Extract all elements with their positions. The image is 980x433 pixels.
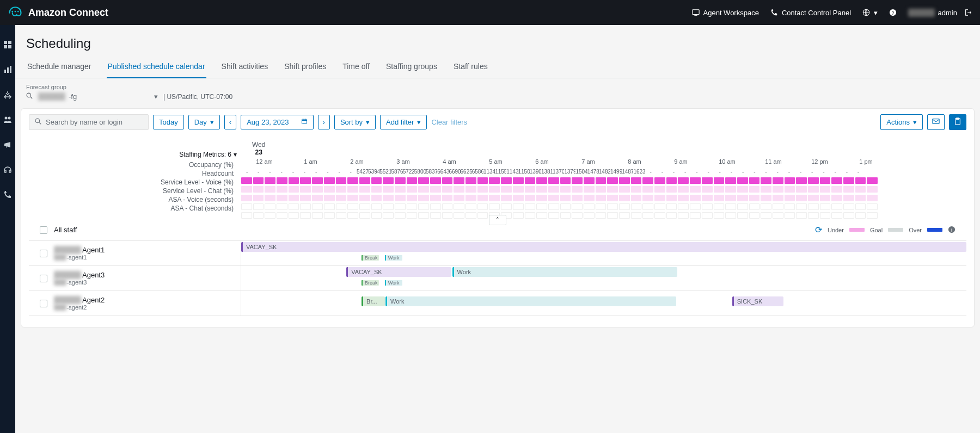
asa-chat-row: [241, 211, 966, 219]
top-header: Amazon Connect Agent Workspace Contact C…: [0, 0, 980, 25]
svg-rect-21: [956, 118, 959, 120]
agent-row: xxxxAgent1xx-agent1VACAY_SKBreakWork: [29, 241, 966, 266]
today-button[interactable]: Today: [153, 115, 184, 129]
next-date-button[interactable]: ›: [318, 115, 330, 129]
caret-down-icon: ▾: [417, 118, 421, 126]
sidebar-routing-icon[interactable]: [3, 90, 12, 99]
tab-schedule-manager[interactable]: Schedule manager: [26, 57, 93, 78]
sidebar-announce-icon[interactable]: [3, 140, 12, 149]
hours-axis: 12 am1 am2 am3 am4 am5 am6 am7 am8 am9 a…: [241, 158, 966, 165]
shift-bar-work[interactable]: Work: [452, 267, 677, 277]
help-link[interactable]: ?: [889, 8, 897, 17]
svg-point-16: [27, 93, 31, 97]
agent-timeline[interactable]: VACAY_SKWorkBreakWork: [241, 266, 966, 290]
mail-button[interactable]: [927, 114, 945, 130]
tab-time-off[interactable]: Time off: [341, 57, 371, 78]
mini-bar-work: Work: [385, 255, 402, 261]
agent-checkbox[interactable]: [40, 275, 47, 282]
mini-bar-work: Work: [385, 280, 402, 286]
legend: ⟳ Under Goal Over i: [815, 225, 955, 235]
sidebar-phone-icon[interactable]: [3, 190, 12, 199]
shift-bar-sick[interactable]: SICK_SK: [732, 296, 784, 306]
user-menu[interactable]: xxxxxadmin: [908, 8, 972, 17]
globe-icon: [862, 8, 871, 17]
date-picker[interactable]: Aug 23, 2023: [241, 115, 313, 129]
agent-row: xxxxAgent3xx-agent3VACAY_SKWorkBreakWork: [29, 266, 966, 291]
agent-checkbox[interactable]: [40, 300, 47, 307]
logo[interactable]: Amazon Connect: [8, 4, 108, 21]
mini-bar-break: Break: [362, 255, 379, 261]
all-staff-label: All staff: [54, 226, 77, 234]
logout-icon: [964, 8, 972, 17]
agent-timeline[interactable]: VACAY_SKBreakWork: [241, 241, 966, 265]
metric-label: ASA - Chat (seconds): [29, 204, 241, 213]
add-filter-button[interactable]: Add filter ▾: [380, 115, 427, 129]
tab-shift-activities[interactable]: Shift activities: [220, 57, 270, 78]
tab-staffing-groups[interactable]: Staffing groups: [385, 57, 438, 78]
contact-control-link[interactable]: Contact Control Panel: [770, 8, 851, 17]
svg-point-17: [35, 119, 40, 123]
select-all-checkbox[interactable]: [40, 226, 47, 234]
caret-down-icon: ▾: [210, 118, 214, 126]
help-icon: ?: [889, 8, 897, 17]
language-selector[interactable]: ▾: [862, 8, 878, 17]
agent-checkbox[interactable]: [40, 250, 47, 257]
svg-rect-3: [692, 10, 699, 15]
shift-bar-work[interactable]: Work: [385, 296, 676, 306]
range-select[interactable]: Day ▾: [188, 115, 220, 129]
metric-label: Occupancy (%): [29, 160, 241, 169]
sidebar-dashboard-icon[interactable]: [3, 40, 12, 49]
agent-workspace-link[interactable]: Agent Workspace: [691, 8, 759, 17]
agent-timeline[interactable]: Br...WorkSICK_SK: [241, 291, 966, 316]
tab-shift-profiles[interactable]: Shift profiles: [283, 57, 327, 78]
sidebar-headset-icon[interactable]: [3, 165, 12, 174]
sidebar-users-icon[interactable]: [3, 115, 12, 124]
svg-rect-7: [4, 41, 7, 44]
refresh-button[interactable]: ⟳: [815, 225, 822, 235]
info-icon[interactable]: i: [948, 226, 955, 234]
search-icon: [26, 92, 33, 101]
mail-icon: [932, 117, 940, 127]
svg-rect-19: [933, 119, 939, 124]
metric-label: ASA - Voice (seconds): [29, 195, 241, 204]
sort-by-select[interactable]: Sort by ▾: [334, 115, 376, 129]
legend-over-swatch: [927, 228, 942, 232]
forecast-group-label: Forecast group: [26, 84, 969, 90]
svg-rect-18: [302, 119, 307, 123]
legend-under-swatch: [849, 228, 865, 232]
svg-rect-8: [8, 41, 11, 44]
chevron-up-icon: ˄: [496, 216, 499, 223]
clipboard-button[interactable]: [949, 114, 966, 130]
chevron-left-icon: ‹: [229, 118, 231, 126]
tab-published-schedule-calendar[interactable]: Published schedule calendar: [107, 57, 206, 78]
filter-bar: Search by name or login Today Day ▾ ‹ Au…: [29, 114, 966, 130]
caret-down-icon: ▾: [234, 151, 237, 158]
search-icon: [35, 118, 41, 126]
svg-rect-13: [10, 66, 11, 73]
clipboard-icon: [954, 117, 961, 127]
mini-bar-break: Break: [362, 280, 379, 286]
shift-bar-vacay[interactable]: VACAY_SK: [241, 242, 966, 252]
agent-row: xxxxAgent2xx-agent2Br...WorkSICK_SK: [29, 291, 966, 316]
page-title: Scheduling: [15, 25, 980, 57]
sl-chat-row: [241, 193, 966, 202]
tab-staff-rules[interactable]: Staff rules: [452, 57, 489, 78]
svg-point-2: [17, 10, 19, 12]
search-input[interactable]: Search by name or login: [29, 114, 149, 130]
forecast-group-select[interactable]: xxxx-fg ▾: [38, 92, 158, 101]
sidebar-metrics-icon[interactable]: [3, 65, 12, 74]
svg-text:i: i: [951, 227, 952, 232]
agent-name: Agent2: [82, 296, 105, 304]
metric-label: Service Level - Chat (%): [29, 187, 241, 195]
clear-filters-link[interactable]: Clear filters: [431, 118, 467, 126]
svg-rect-9: [4, 45, 7, 48]
timezone-label: | US/Pacific, UTC-07:00: [163, 93, 232, 101]
prev-date-button[interactable]: ‹: [224, 115, 236, 129]
collapse-metrics-toggle[interactable]: ˄: [489, 215, 506, 225]
svg-point-1: [15, 10, 16, 12]
shift-bar-vacay[interactable]: VACAY_SK: [346, 267, 451, 277]
staffing-metrics-toggle[interactable]: Staffing Metrics: 6 ▾: [179, 151, 237, 158]
actions-button[interactable]: Actions ▾: [880, 114, 923, 130]
shift-bar-break[interactable]: Br...: [362, 296, 385, 306]
caret-down-icon: ▾: [913, 118, 917, 126]
